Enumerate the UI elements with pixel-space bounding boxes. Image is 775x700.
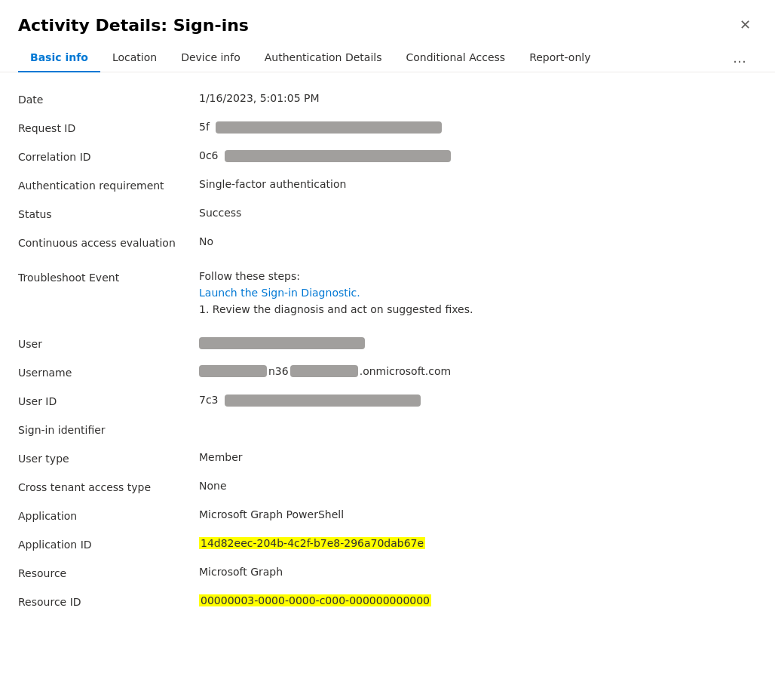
- label-status: Status: [18, 207, 199, 220]
- value-user-id: 7c3: [199, 394, 757, 407]
- value-application-id: 14d82eec-204b-4c2f-b7e8-296a70dab67e: [199, 537, 757, 549]
- redacted-username-middle: [290, 365, 358, 377]
- label-auth-requirement: Authentication requirement: [18, 178, 199, 192]
- row-username: Username n36 .onmicrosoft.com: [18, 358, 757, 386]
- close-button[interactable]: ✕: [734, 15, 757, 35]
- tab-conditional-access[interactable]: Conditional Access: [394, 44, 517, 72]
- label-resource: Resource: [18, 566, 199, 579]
- redacted-user: [199, 337, 365, 349]
- row-user: User: [18, 329, 757, 358]
- troubleshoot-follow-text: Follow these steps:: [199, 270, 757, 282]
- content-area: Date 1/16/2023, 5:01:05 PM Request ID 5f…: [0, 72, 775, 628]
- username-suffix-text: .onmicrosoft.com: [360, 365, 452, 377]
- label-troubleshoot: Troubleshoot Event: [18, 270, 199, 284]
- row-status: Status Success: [18, 199, 757, 228]
- row-request-id: Request ID 5f: [18, 113, 757, 142]
- label-cross-tenant-access: Cross tenant access type: [18, 480, 199, 493]
- tab-report-only[interactable]: Report-only: [517, 44, 602, 72]
- label-user-id: User ID: [18, 394, 199, 407]
- row-user-type: User type Member: [18, 444, 757, 472]
- resource-id-highlighted: 00000003-0000-0000-c000-000000000000: [199, 594, 431, 606]
- tab-device-info[interactable]: Device info: [169, 44, 253, 72]
- value-resource-id: 00000003-0000-0000-c000-000000000000: [199, 594, 757, 606]
- label-application-id: Application ID: [18, 537, 199, 551]
- redacted-user-id: [225, 395, 421, 407]
- redacted-username-prefix: [199, 365, 267, 377]
- row-auth-requirement: Authentication requirement Single-factor…: [18, 170, 757, 199]
- label-user-type: User type: [18, 451, 199, 465]
- tab-authentication-details[interactable]: Authentication Details: [253, 44, 394, 72]
- tab-location[interactable]: Location: [100, 44, 169, 72]
- label-date: Date: [18, 92, 199, 106]
- row-troubleshoot: Troubleshoot Event Follow these steps: L…: [18, 262, 757, 323]
- row-correlation-id: Correlation ID 0c6: [18, 142, 757, 170]
- label-application: Application: [18, 508, 199, 522]
- troubleshoot-step1: 1. Review the diagnosis and act on sugge…: [199, 303, 757, 315]
- value-resource: Microsoft Graph: [199, 566, 757, 578]
- value-user: [199, 336, 757, 349]
- value-cross-tenant-access: None: [199, 480, 757, 492]
- value-troubleshoot: Follow these steps: Launch the Sign-in D…: [199, 270, 757, 315]
- tabs-more-button[interactable]: …: [724, 44, 757, 72]
- row-resource: Resource Microsoft Graph: [18, 558, 757, 587]
- application-id-highlighted: 14d82eec-204b-4c2f-b7e8-296a70dab67e: [199, 537, 425, 549]
- value-username: n36 .onmicrosoft.com: [199, 365, 757, 377]
- username-middle-text: n36: [268, 365, 289, 377]
- label-correlation-id: Correlation ID: [18, 149, 199, 163]
- row-date: Date 1/16/2023, 5:01:05 PM: [18, 84, 757, 113]
- label-continuous-access: Continuous access evaluation: [18, 235, 199, 249]
- label-signin-identifier: Sign-in identifier: [18, 422, 199, 436]
- label-user: User: [18, 336, 199, 350]
- label-request-id: Request ID: [18, 121, 199, 134]
- value-application: Microsoft Graph PowerShell: [199, 508, 757, 520]
- value-date: 1/16/2023, 5:01:05 PM: [199, 92, 757, 104]
- tab-basic-info[interactable]: Basic info: [18, 44, 100, 72]
- value-request-id: 5f: [199, 121, 757, 134]
- row-cross-tenant-access: Cross tenant access type None: [18, 472, 757, 501]
- value-auth-requirement: Single-factor authentication: [199, 178, 757, 190]
- tabs-container: Basic info Location Device info Authenti…: [0, 44, 775, 72]
- redacted-correlation-id: [225, 150, 451, 162]
- value-correlation-id: 0c6: [199, 149, 757, 162]
- panel-title: Activity Details: Sign-ins: [18, 16, 249, 35]
- value-status: Success: [199, 207, 757, 219]
- redacted-request-id: [216, 121, 442, 134]
- row-resource-id: Resource ID 00000003-0000-0000-c000-0000…: [18, 587, 757, 616]
- value-user-type: Member: [199, 451, 757, 463]
- label-username: Username: [18, 365, 199, 379]
- row-application-id: Application ID 14d82eec-204b-4c2f-b7e8-2…: [18, 530, 757, 558]
- activity-details-panel: Activity Details: Sign-ins ✕ Basic info …: [0, 0, 775, 700]
- panel-header: Activity Details: Sign-ins ✕: [0, 0, 775, 35]
- row-application: Application Microsoft Graph PowerShell: [18, 501, 757, 530]
- userid-prefix-text: 7c3: [199, 394, 219, 406]
- launch-diagnostic-link[interactable]: Launch the Sign-in Diagnostic.: [199, 287, 757, 299]
- row-signin-identifier: Sign-in identifier: [18, 415, 757, 444]
- value-continuous-access: No: [199, 235, 757, 247]
- label-resource-id: Resource ID: [18, 594, 199, 608]
- row-continuous-access: Continuous access evaluation No: [18, 228, 757, 256]
- row-user-id: User ID 7c3: [18, 386, 757, 415]
